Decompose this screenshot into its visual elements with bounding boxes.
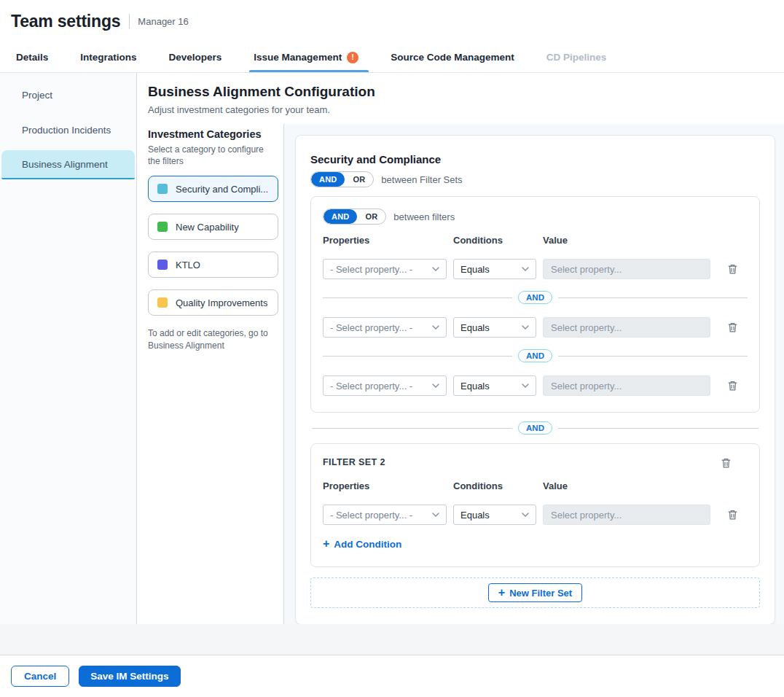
filter-sets-and-or-toggle[interactable]: AND OR xyxy=(310,171,374,187)
toggle-and-option[interactable]: AND xyxy=(324,209,357,224)
and-pill: AND xyxy=(518,291,552,304)
chevron-down-icon xyxy=(522,325,529,330)
value-input[interactable] xyxy=(543,317,710,338)
and-pill: AND xyxy=(518,349,552,362)
filter-column-headers: Properties Conditions Value xyxy=(323,235,748,246)
value-input[interactable] xyxy=(543,259,710,279)
content-area: Project Production Incidents Business Al… xyxy=(0,73,784,624)
plus-icon: + xyxy=(323,538,329,550)
cancel-button[interactable]: Cancel xyxy=(11,666,69,687)
and-connector: AND xyxy=(323,349,748,362)
new-filter-set-dropzone: + New Filter Set xyxy=(310,577,760,608)
category-color-swatch xyxy=(157,222,168,232)
toggle-or-option[interactable]: OR xyxy=(357,209,385,224)
chevron-down-icon xyxy=(432,267,439,271)
plus-icon: + xyxy=(498,587,505,599)
chevron-down-icon xyxy=(522,267,529,271)
category-new-capability[interactable]: New Capability xyxy=(148,214,278,240)
main-heading-block: Business Alignment Configuration Adjust … xyxy=(137,73,784,124)
and-pill: AND xyxy=(518,421,552,435)
condition-select[interactable]: Equals xyxy=(453,317,536,338)
filter-column-headers: Properties Conditions Value xyxy=(323,480,748,491)
delete-filter-button[interactable] xyxy=(726,320,740,335)
toggle-or-option[interactable]: OR xyxy=(345,172,373,187)
sidebar-item-business-alignment[interactable]: Business Alignment xyxy=(1,150,135,179)
and-sets-connector: AND xyxy=(312,421,758,435)
categories-hint: Select a category to configure the filte… xyxy=(148,144,264,167)
trash-icon xyxy=(727,322,738,333)
trash-icon xyxy=(721,457,732,469)
delete-filter-button[interactable] xyxy=(726,507,740,522)
alert-badge-icon: ! xyxy=(347,52,358,63)
save-im-settings-button[interactable]: Save IM Settings xyxy=(79,666,180,687)
condition-select[interactable]: Equals xyxy=(453,375,536,396)
tab-source-code-management[interactable]: Source Code Management xyxy=(391,42,514,72)
toggle-caption: between filters xyxy=(393,211,455,222)
category-quality-improvements[interactable]: Quality Improvements xyxy=(148,289,278,316)
categories-footnote: To add or edit categories, go to Busines… xyxy=(148,327,270,352)
filter-row: - Select property... - Equals xyxy=(323,375,748,396)
chevron-down-icon xyxy=(522,513,529,517)
settings-sidebar: Project Production Incidents Business Al… xyxy=(0,73,137,624)
delete-filter-button[interactable] xyxy=(726,378,740,393)
value-header: Value xyxy=(543,235,710,246)
property-select[interactable]: - Select property... - xyxy=(323,259,447,279)
condition-select[interactable]: Equals xyxy=(453,505,536,525)
tab-details[interactable]: Details xyxy=(16,42,48,72)
category-security-and-compliance[interactable]: Security and Compli... xyxy=(148,176,278,202)
chevron-down-icon xyxy=(522,383,529,388)
chevron-down-icon xyxy=(432,325,439,330)
value-header: Value xyxy=(543,480,710,491)
filter-row: - Select property... - Equals xyxy=(323,317,748,338)
section-title: Business Alignment Configuration xyxy=(148,84,784,100)
investment-categories-column: Investment Categories Select a category … xyxy=(137,124,284,624)
delete-filter-button[interactable] xyxy=(726,262,740,276)
conditions-header: Conditions xyxy=(453,480,536,491)
and-connector: AND xyxy=(323,291,748,304)
title-divider xyxy=(129,14,130,28)
property-select[interactable]: - Select property... - xyxy=(323,317,447,338)
chevron-down-icon xyxy=(432,513,439,517)
new-filter-set-button[interactable]: + New Filter Set xyxy=(488,583,582,602)
filter-set-2: FILTER SET 2 Properties Conditions Value xyxy=(310,443,760,567)
conditions-header: Conditions xyxy=(453,235,536,246)
condition-select[interactable]: Equals xyxy=(453,259,536,279)
value-input[interactable] xyxy=(543,375,710,396)
properties-header: Properties xyxy=(323,480,447,491)
add-condition-button[interactable]: + Add Condition xyxy=(323,538,401,550)
section-subtitle: Adjust investment categories for your te… xyxy=(148,104,784,115)
tab-integrations[interactable]: Integrations xyxy=(80,42,136,72)
sidebar-item-project[interactable]: Project xyxy=(1,80,135,109)
trash-icon xyxy=(727,380,738,392)
properties-header: Properties xyxy=(323,235,447,246)
trash-icon xyxy=(727,263,738,275)
filter-row: - Select property... - Equals xyxy=(323,259,748,279)
toggle-and-option[interactable]: AND xyxy=(311,172,345,187)
settings-tabbar: Details Integrations Developers Issue Ma… xyxy=(0,42,784,73)
page-title: Team settings xyxy=(11,12,120,31)
page-header: Team settings Manager 16 xyxy=(0,0,784,42)
filter-config-region: Security and Compliance AND OR between F… xyxy=(284,124,784,624)
trash-icon xyxy=(727,509,738,521)
tab-issue-management[interactable]: Issue Management ! xyxy=(254,42,358,72)
category-ktlo[interactable]: KTLO xyxy=(148,252,278,278)
bottom-spacer-band xyxy=(0,624,784,655)
filter-row: - Select property... - Equals xyxy=(323,505,748,525)
filter-config-card: Security and Compliance AND OR between F… xyxy=(295,135,775,625)
footer-actions: Cancel Save IM Settings xyxy=(0,655,784,697)
value-input[interactable] xyxy=(543,505,710,525)
team-name-label: Manager 16 xyxy=(138,16,188,27)
property-select[interactable]: - Select property... - xyxy=(323,505,447,525)
category-color-swatch xyxy=(157,184,168,194)
delete-filter-set-button[interactable] xyxy=(719,456,733,470)
tab-developers[interactable]: Developers xyxy=(169,42,222,72)
sidebar-item-production-incidents[interactable]: Production Incidents xyxy=(1,115,135,144)
category-config-title: Security and Compliance xyxy=(310,153,760,166)
property-select[interactable]: - Select property... - xyxy=(323,375,447,396)
category-color-swatch xyxy=(157,260,168,270)
main-panel: Business Alignment Configuration Adjust … xyxy=(137,73,784,624)
filters-and-or-toggle[interactable]: AND OR xyxy=(323,209,386,225)
chevron-down-icon xyxy=(432,383,439,388)
filter-set-2-title: FILTER SET 2 xyxy=(323,457,385,467)
toggle-caption: between Filter Sets xyxy=(381,174,462,185)
